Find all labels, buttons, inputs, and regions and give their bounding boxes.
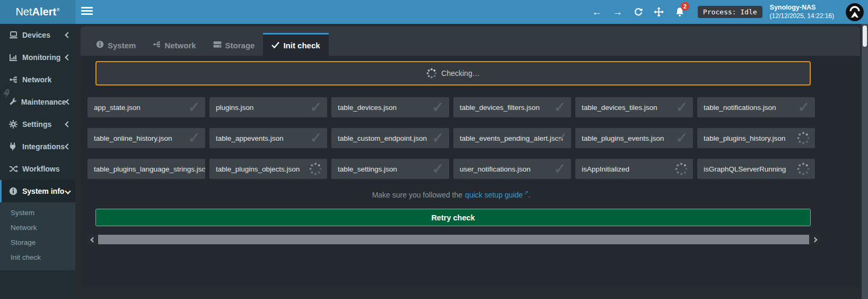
spinner-icon <box>797 163 810 175</box>
network-icon <box>9 75 21 84</box>
sidebar-item-maintenance[interactable]: Maintenance <box>0 91 75 113</box>
tab-storage[interactable]: Storage <box>205 33 264 56</box>
notifications-bell-icon[interactable]: 2 <box>673 7 686 17</box>
chevron-left-icon <box>65 121 71 127</box>
info-icon <box>96 40 104 50</box>
grid-cell-label: app_state.json <box>94 104 141 112</box>
submenu-item-network[interactable]: Network <box>0 220 75 235</box>
grid-cell: table_notifications.json✓ <box>697 97 815 117</box>
laptop-icon <box>9 31 21 39</box>
grid-cell-label: table_settings.json <box>338 165 397 173</box>
check-icon: ✓ <box>310 131 322 146</box>
chart-icon <box>9 54 21 62</box>
grid-cell-label: table_plugins_events.json <box>582 134 664 142</box>
check-icon: ✓ <box>676 131 688 146</box>
spinner-icon <box>426 68 437 79</box>
grid-cell-label: table_appevents.json <box>216 134 284 142</box>
submenu-item-system[interactable]: System <box>0 206 75 220</box>
grid-cell-label: table_devices_tiles.json <box>582 104 657 112</box>
back-arrow-icon[interactable]: ← <box>591 6 603 18</box>
grid-cell-label: user_notifications.json <box>460 165 531 173</box>
check-icon: ✓ <box>432 100 444 115</box>
grid-cell-label: table_custom_endpoint.json <box>338 134 427 142</box>
check-icon: ✓ <box>797 100 810 115</box>
chevron-left-icon <box>65 143 71 149</box>
checking-label: Checking… <box>441 69 479 78</box>
chevron-left-icon <box>65 32 71 38</box>
spinner-icon <box>797 132 810 144</box>
sidebar-item-label: Integrations <box>22 142 66 151</box>
grid-cell: app_state.json✓ <box>87 97 205 117</box>
grid-cell: isGraphQLServerRunning <box>697 159 815 179</box>
spinner-icon <box>309 163 322 175</box>
check-icon: ✓ <box>188 100 200 115</box>
move-icon[interactable] <box>653 7 665 17</box>
sidebar-item-integrations[interactable]: Integrations <box>0 135 75 158</box>
grid-cell: table_plugins_objects.json <box>209 159 327 179</box>
gear-icon <box>9 120 21 129</box>
brand-logo[interactable]: NetAlert​x <box>0 0 75 24</box>
grid-cell-label: table_devices.json <box>338 104 397 112</box>
info-icon <box>9 187 21 195</box>
scroll-left-button[interactable] <box>87 235 98 244</box>
user-avatar[interactable] <box>846 3 864 21</box>
chevron-right-icon <box>812 237 817 242</box>
refresh-icon[interactable] <box>632 7 645 17</box>
tab-init-check[interactable]: Init check <box>263 33 328 56</box>
sidebar-item-monitoring[interactable]: Monitoring <box>0 46 75 69</box>
grid-cell: table_appevents.json✓ <box>209 128 327 148</box>
scroll-right-button[interactable] <box>809 235 820 244</box>
scrollbar-thumb[interactable] <box>98 235 809 244</box>
grid-cell-label: table_online_history.json <box>94 134 172 142</box>
sidebar-item-workflows[interactable]: Workflows <box>0 158 75 180</box>
sidebar-item-label: Monitoring <box>22 53 66 62</box>
sidebar-item-devices[interactable]: Devices <box>0 24 75 46</box>
sidebar-item-network[interactable]: Network <box>0 69 75 91</box>
checking-banner: Checking… <box>95 61 811 86</box>
network-icon <box>153 40 161 50</box>
sidebar-item-label: Devices <box>22 31 66 39</box>
message-prefix: Make sure you followed the <box>372 191 462 199</box>
vertical-scrollbar[interactable] <box>862 24 868 299</box>
hamburger-menu-icon[interactable] <box>81 7 93 17</box>
quick-setup-guide-link[interactable]: quick setup guide <box>465 191 523 199</box>
grid-cell-label: table_notifications.json <box>704 104 776 112</box>
check-icon: ✓ <box>310 100 322 115</box>
tab-label: Init check <box>283 41 320 50</box>
grid-cell: table_devices_tiles.json✓ <box>575 97 693 117</box>
grid-cell: table_devices_filters.json✓ <box>453 97 571 117</box>
sidebar-item-system-info[interactable]: System info <box>0 180 75 202</box>
forward-arrow-icon[interactable]: → <box>611 6 624 18</box>
check-icon: ✓ <box>432 162 444 176</box>
submenu-item-init-check[interactable]: Init check <box>0 250 75 265</box>
vertical-scrollbar-thumb[interactable] <box>863 25 867 47</box>
sidebar: Devices Monitoring Network Maintenance S… <box>0 24 75 299</box>
top-navbar: NetAlert​x ← → 2 Process: Idle Synology-… <box>0 0 868 24</box>
message-suffix: . <box>528 191 530 199</box>
grid-cell-label: table_plugins_language_strings.json <box>94 165 205 173</box>
tab-system[interactable]: System <box>87 33 144 56</box>
tab-bar: System Network Storage Init check <box>81 27 860 56</box>
tab-network[interactable]: Network <box>144 33 204 56</box>
sidebar-item-label: Settings <box>22 120 66 129</box>
grid-cell-label: isGraphQLServerRunning <box>704 165 786 173</box>
init-check-panel: Checking… app_state.json✓plugins.json✓ta… <box>81 56 860 287</box>
grid-cell: table_plugins_history.json <box>697 128 815 148</box>
host-name: Synology-NAS <box>770 4 834 12</box>
submenu-item-storage[interactable]: Storage <box>0 235 75 250</box>
check-icon: ✓ <box>432 131 444 146</box>
sidebar-item-label: Maintenance <box>21 98 66 106</box>
shuffle-icon <box>9 165 21 173</box>
wrench-icon <box>9 98 20 106</box>
sidebar-item-label: Workflows <box>22 165 70 173</box>
rocket-icon[interactable] <box>1 88 11 98</box>
grid-cell-label: isAppInitialized <box>582 165 629 173</box>
check-icon: ✓ <box>554 100 566 115</box>
check-icon <box>271 41 279 50</box>
grid-cell: table_settings.json✓ <box>331 159 449 179</box>
grid-cell-label: table_plugins_objects.json <box>216 165 300 173</box>
tab-label: System <box>108 41 136 50</box>
sidebar-item-settings[interactable]: Settings <box>0 113 75 135</box>
tab-label: Network <box>164 41 196 50</box>
retry-check-button[interactable]: Retry check <box>95 209 811 226</box>
